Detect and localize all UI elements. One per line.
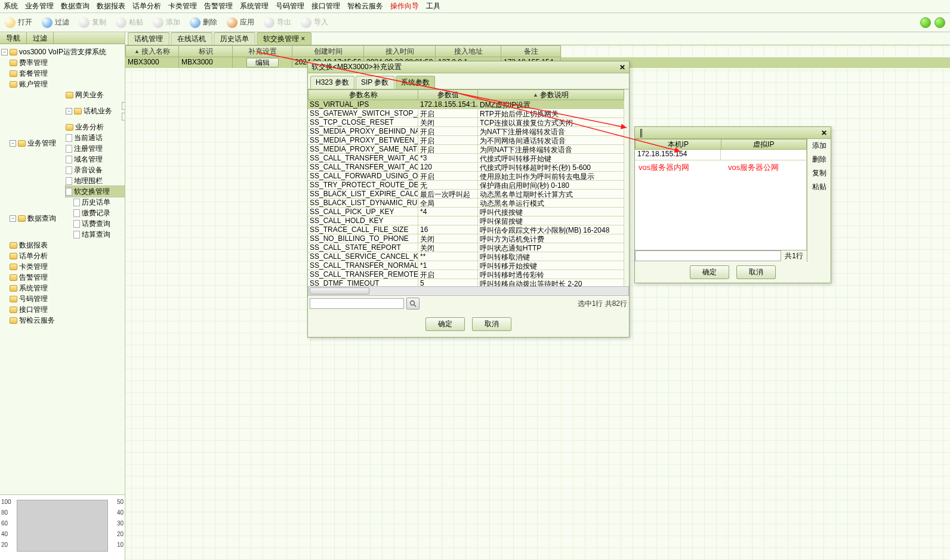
tree-话机管理[interactable]: 话机管理: [122, 100, 125, 111]
param-col-1[interactable]: 参数值: [418, 89, 478, 100]
tree-地理围栏[interactable]: 地理围栏: [66, 175, 125, 186]
param-row[interactable]: SS_MEDIA_PROXY_BEHIND_NAT开启为NAT下注册终端转发语音: [308, 127, 629, 136]
tree-告警管理[interactable]: 告警管理: [10, 272, 124, 283]
grid-col-标识[interactable]: 标识: [179, 45, 233, 57]
ip-ok-button[interactable]: 确定: [690, 265, 729, 279]
tree-卡类管理[interactable]: 卡类管理: [10, 261, 124, 272]
param-row[interactable]: SS_CALL_STATE_REPORT关闭呼叫状态通知HTTP: [308, 243, 629, 252]
menu-3[interactable]: 数据报表: [97, 1, 125, 11]
param-row[interactable]: SS_NO_BILLING_TO_PHONE关闭呼叫方为话机免计费: [308, 234, 629, 243]
tree-费率管理[interactable]: 费率管理: [10, 57, 124, 68]
menu-1[interactable]: 业务管理: [25, 1, 54, 11]
close-icon[interactable]: ✕: [619, 63, 625, 72]
param-row[interactable]: SS_GATEWAY_SWITCH_STOP_AF...开启RTP开始后停止切换…: [308, 109, 629, 118]
ip-action-复制[interactable]: 复制: [807, 166, 831, 180]
menu-12[interactable]: 工具: [426, 1, 440, 11]
param-row[interactable]: SS_CALL_TRANSFER_WAIT_ACC...120代接式呼叫转移超时…: [308, 163, 629, 172]
grid-col-接入地址[interactable]: 接入地址: [436, 45, 501, 57]
cell-virtual-ip[interactable]: [721, 150, 807, 160]
ip-dialog-titlebar[interactable]: ║ ✕: [635, 127, 831, 139]
menu-9[interactable]: 接口管理: [311, 1, 340, 11]
tree-套餐管理[interactable]: 套餐管理: [10, 68, 124, 79]
param-row[interactable]: SS_CALL_TRANSFER_REMOTE_...开启呼叫转移时透传彩铃: [308, 270, 629, 279]
expand-icon[interactable]: −: [1, 49, 8, 55]
param-row[interactable]: SS_MEDIA_PROXY_SAME_NAT开启为同NAT下注册终端转发语音: [308, 145, 629, 154]
tree-结算查询[interactable]: 结算查询: [73, 229, 124, 240]
doc-tab-2[interactable]: 历史话单: [214, 32, 255, 45]
grid-col-接入时间[interactable]: 接入时间: [364, 45, 436, 57]
grid-cell[interactable]: MBX3000: [179, 57, 233, 68]
ip-action-删除[interactable]: 删除: [807, 153, 831, 166]
ip-row[interactable]: 172.18.155.154: [635, 150, 807, 160]
tree-接口管理[interactable]: 接口管理: [10, 304, 124, 315]
col-local-ip[interactable]: 本机IP: [635, 139, 721, 150]
param-row[interactable]: SS_CALL_TRANSFER_NORMAL_...*1呼叫转移开始按键: [308, 261, 629, 270]
toolbar-过滤[interactable]: 过滤: [42, 17, 69, 28]
tree-域名管理[interactable]: 域名管理: [66, 154, 125, 165]
tree-业务分析[interactable]: 业务分析: [66, 122, 125, 132]
grid-col-创建时间[interactable]: 创建时间: [292, 45, 364, 57]
expand-icon[interactable]: −: [10, 140, 16, 147]
param-row[interactable]: SS_BLACK_LIST_EXPIRE_CALCU...最后一次呼叫起动态黑名…: [308, 190, 629, 199]
close-icon[interactable]: ✕: [821, 129, 827, 137]
toolbar-应用[interactable]: 应用: [227, 17, 254, 28]
param-row[interactable]: SS_CALL_SERVICE_CANCEL_KEY**呼叫转移取消键: [308, 252, 629, 261]
expand-icon[interactable]: −: [66, 108, 72, 115]
menu-8[interactable]: 号码管理: [276, 1, 304, 11]
ip-action-添加[interactable]: 添加: [807, 139, 831, 153]
param-table-body[interactable]: SS_VIRTUAL_IPS172.18.155.154:1...DMZ虚拟IP…: [308, 100, 629, 286]
menu-7[interactable]: 系统管理: [240, 1, 269, 11]
param-row[interactable]: SS_TRY_PROTECT_ROUTE_DEL...无保护路由启用时间(秒) …: [308, 181, 629, 190]
tab-nav[interactable]: 导航: [0, 32, 27, 44]
dlg-tab-0[interactable]: H323 参数: [310, 76, 354, 89]
tree-智检云服务[interactable]: 智检云服务: [10, 315, 124, 326]
menu-2[interactable]: 数据查询: [61, 1, 90, 11]
tree-数据查询[interactable]: −数据查询历史话单缴费记录话费查询结算查询: [10, 197, 124, 240]
expand-icon[interactable]: −: [10, 215, 16, 222]
param-col-2[interactable]: ▲参数说明: [478, 89, 624, 100]
tree-话单分析[interactable]: 话单分析: [10, 250, 124, 261]
menu-4[interactable]: 话单分析: [132, 1, 161, 11]
menu-0[interactable]: 系统: [4, 1, 18, 11]
param-row[interactable]: SS_CALL_TRANSFER_WAIT_ACC...*3代接式呼叫转移开始键: [308, 154, 629, 163]
search-input[interactable]: [310, 298, 404, 309]
param-col-0[interactable]: 参数名称: [308, 89, 418, 100]
param-row[interactable]: SS_TRACE_CALL_FILE_SIZE16呼叫信令跟踪文件大小限制(MB…: [308, 225, 629, 234]
tree-账户管理[interactable]: 账户管理: [10, 79, 124, 89]
doc-tab-0[interactable]: 话机管理: [128, 32, 169, 45]
tree-话机业务[interactable]: −话机业务话机管理在线话机: [66, 100, 125, 122]
toolbar-打开[interactable]: 打开: [5, 17, 32, 28]
tree-号码管理[interactable]: 号码管理: [10, 293, 124, 304]
tree-网关业务[interactable]: 网关业务: [66, 89, 125, 100]
param-row[interactable]: SS_TCP_CLOSE_RESET关闭TCP连接以直接复位方式关闭: [308, 118, 629, 127]
grid-cell[interactable]: MBX3000: [125, 57, 179, 68]
horizontal-scrollbar[interactable]: [308, 286, 629, 296]
tree-历史话单[interactable]: 历史话单: [73, 197, 124, 208]
grid-col-备注[interactable]: 备注: [501, 45, 561, 57]
tree-缴费记录[interactable]: 缴费记录: [73, 208, 124, 218]
menu-10[interactable]: 智检云服务: [347, 1, 383, 11]
tree-当前通话[interactable]: 当前通话: [66, 132, 125, 143]
param-row[interactable]: SS_CALL_PICK_UP_KEY*4呼叫代接按键: [308, 208, 629, 216]
param-row[interactable]: SS_CALL_HOLD_KEY呼叫保留按键: [308, 216, 629, 225]
dialog-titlebar[interactable]: 软交换<MBX3000>补充设置 ✕: [308, 61, 629, 73]
tree-软交换管理[interactable]: 软交换管理: [66, 186, 125, 197]
grid-cell[interactable]: 编辑: [233, 57, 292, 68]
grid-col-补充设置[interactable]: 补充设置: [233, 45, 292, 57]
nav-tree[interactable]: −vos3000 VoIP运营支撑系统费率管理套餐管理账户管理−业务管理网关业务…: [0, 44, 125, 494]
param-row[interactable]: SS_CALL_FORWARD_USING_OR...开启使用原始主叫作为呼叫前…: [308, 172, 629, 181]
ip-cancel-button[interactable]: 取消: [736, 265, 776, 279]
menu-5[interactable]: 卡类管理: [168, 1, 197, 11]
tree-注册管理[interactable]: 注册管理: [66, 143, 125, 154]
toolbar-删除[interactable]: 删除: [190, 17, 217, 28]
dlg-tab-2[interactable]: 系统参数: [396, 76, 435, 89]
tree-数据报表[interactable]: 数据报表: [10, 240, 124, 250]
search-button[interactable]: [406, 298, 420, 310]
param-row[interactable]: SS_MEDIA_PROXY_BETWEEN_N...开启为不同网络间通话转发语…: [308, 136, 629, 145]
doc-tab-3[interactable]: 软交换管理 ×: [257, 32, 311, 45]
grid-col-接入名称[interactable]: ▲接入名称: [125, 45, 179, 57]
tab-filter[interactable]: 过滤: [27, 32, 54, 44]
param-row[interactable]: SS_DTMF_TIMEOUT5呼叫转移自动拨出等待时长 2-20: [308, 279, 629, 286]
tree-在线话机[interactable]: 在线话机: [122, 111, 125, 122]
edit-button[interactable]: 编辑: [246, 58, 279, 67]
